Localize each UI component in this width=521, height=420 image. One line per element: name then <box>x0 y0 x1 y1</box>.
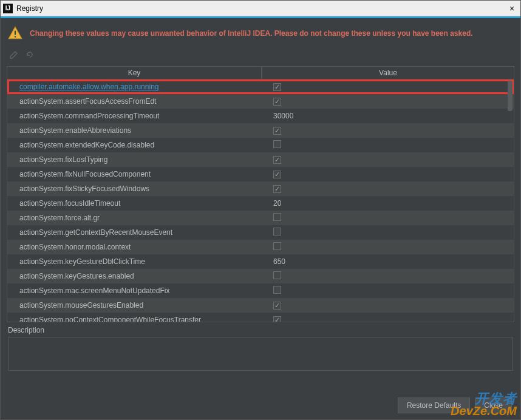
registry-value[interactable] <box>261 213 514 223</box>
checkbox[interactable] <box>273 242 281 250</box>
registry-key: actionSystem.keyGestureDblClickTime <box>7 257 261 266</box>
registry-key: actionSystem.assertFocusAccessFromEdt <box>7 97 261 106</box>
window-title: Registry <box>16 4 508 13</box>
registry-table: Key Value compiler.automake.allow.when.a… <box>7 66 514 322</box>
checkbox[interactable] <box>273 127 281 135</box>
registry-value[interactable] <box>261 316 514 322</box>
dialog-button-row: Restore Defaults Close <box>398 398 512 413</box>
registry-value[interactable] <box>261 126 514 135</box>
table-row[interactable]: actionSystem.assertFocusAccessFromEdt <box>7 94 514 109</box>
registry-value[interactable] <box>261 242 514 252</box>
registry-key: actionSystem.commandProcessingTimeout <box>7 112 261 120</box>
registry-key: actionSystem.focusIdleTimeout <box>7 199 261 208</box>
table-row[interactable]: actionSystem.mac.screenMenuNotUpdatedFix <box>7 283 514 298</box>
registry-key: actionSystem.fixLostTyping <box>7 155 261 164</box>
app-icon: IJ <box>3 4 13 13</box>
table-row[interactable]: actionSystem.commandProcessingTimeout300… <box>7 109 514 123</box>
checkbox[interactable] <box>273 140 281 148</box>
registry-key: actionSystem.fixStickyFocusedWindows <box>7 185 261 193</box>
table-row[interactable]: actionSystem.honor.modal.context <box>7 240 514 254</box>
edit-icon[interactable] <box>9 50 19 61</box>
registry-value[interactable] <box>261 97 514 106</box>
table-row[interactable]: actionSystem.keyGestures.enabled <box>7 269 514 283</box>
registry-value[interactable] <box>261 170 514 178</box>
titlebar: IJ Registry × <box>1 1 520 16</box>
registry-key: actionSystem.getContextByRecentMouseEven… <box>7 228 261 237</box>
table-body[interactable]: compiler.automake.allow.when.app.running… <box>7 80 514 322</box>
description-label: Description <box>8 326 513 334</box>
warning-icon <box>7 25 24 41</box>
registry-key: actionSystem.keyGestures.enabled <box>7 272 261 280</box>
registry-value[interactable] <box>261 301 514 310</box>
table-row[interactable]: actionSystem.fixNullFocusedComponent <box>7 167 514 181</box>
checkbox[interactable] <box>273 271 281 279</box>
registry-key: actionSystem.enableAbbreviations <box>7 126 261 135</box>
checkbox[interactable] <box>273 286 281 294</box>
close-button[interactable]: Close <box>475 398 512 413</box>
checkbox[interactable] <box>273 302 281 310</box>
registry-value[interactable] <box>261 185 514 193</box>
registry-key: compiler.automake.allow.when.app.running <box>7 83 261 91</box>
table-row[interactable]: actionSystem.noContextComponentWhileFocu… <box>7 313 514 322</box>
description-box <box>8 337 513 371</box>
checkbox[interactable] <box>273 228 281 235</box>
checkbox[interactable] <box>273 83 281 91</box>
warning-banner: Changing these values may cause unwanted… <box>1 18 520 49</box>
scrollbar-thumb[interactable] <box>508 81 512 111</box>
table-row[interactable]: actionSystem.keyGestureDblClickTime650 <box>7 254 514 269</box>
registry-value[interactable] <box>261 228 514 237</box>
content-area: Changing these values may cause unwanted… <box>1 16 520 371</box>
checkbox[interactable] <box>273 156 281 164</box>
table-row[interactable]: actionSystem.fixLostTyping <box>7 152 514 167</box>
column-header-key[interactable]: Key <box>7 66 262 80</box>
table-row[interactable]: actionSystem.force.alt.gr <box>7 211 514 225</box>
restore-defaults-button[interactable]: Restore Defaults <box>398 398 470 413</box>
table-row[interactable]: actionSystem.fixStickyFocusedWindows <box>7 181 514 196</box>
svg-rect-1 <box>15 36 16 37</box>
checkbox[interactable] <box>273 98 281 106</box>
registry-value[interactable]: 650 <box>261 257 514 266</box>
table-row[interactable]: actionSystem.getContextByRecentMouseEven… <box>7 225 514 240</box>
checkbox[interactable] <box>273 185 281 193</box>
warning-text: Changing these values may cause unwanted… <box>30 29 473 38</box>
checkbox[interactable] <box>273 213 281 221</box>
registry-key: actionSystem.force.alt.gr <box>7 214 261 222</box>
svg-rect-0 <box>15 31 16 35</box>
table-header: Key Value <box>7 66 514 80</box>
checkbox[interactable] <box>273 316 281 322</box>
registry-key: actionSystem.honor.modal.context <box>7 243 261 251</box>
table-row[interactable]: actionSystem.extendedKeyCode.disabled <box>7 138 514 152</box>
registry-key: actionSystem.mac.screenMenuNotUpdatedFix <box>7 286 261 295</box>
registry-value[interactable] <box>261 140 514 150</box>
checkbox[interactable] <box>273 171 281 178</box>
registry-value[interactable] <box>261 83 514 91</box>
window-close-button[interactable]: × <box>508 4 516 13</box>
toolbar <box>1 49 520 66</box>
registry-key: actionSystem.extendedKeyCode.disabled <box>7 141 261 149</box>
table-row[interactable]: compiler.automake.allow.when.app.running <box>7 80 514 94</box>
table-row[interactable]: actionSystem.focusIdleTimeout20 <box>7 196 514 211</box>
registry-value[interactable] <box>261 155 514 164</box>
registry-key: actionSystem.fixNullFocusedComponent <box>7 170 261 178</box>
column-header-value[interactable]: Value <box>262 66 514 80</box>
revert-icon[interactable] <box>25 50 35 61</box>
registry-value[interactable] <box>261 286 514 296</box>
table-row[interactable]: actionSystem.enableAbbreviations <box>7 123 514 138</box>
registry-key: actionSystem.noContextComponentWhileFocu… <box>7 316 261 322</box>
registry-key: actionSystem.mouseGesturesEnabled <box>7 301 261 310</box>
registry-value[interactable]: 20 <box>261 199 514 208</box>
registry-value[interactable] <box>261 271 514 281</box>
table-row[interactable]: actionSystem.mouseGesturesEnabled <box>7 298 514 313</box>
registry-value[interactable]: 30000 <box>261 112 514 120</box>
